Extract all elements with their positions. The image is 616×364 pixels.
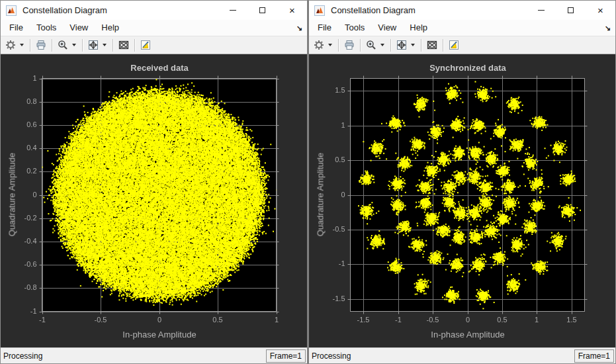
settings-dropdown[interactable]	[19, 38, 27, 53]
dock-arrow-icon[interactable]: ↘	[296, 24, 307, 32]
menu-tools[interactable]: Tools	[338, 20, 371, 36]
menu-help[interactable]: Help	[403, 20, 434, 36]
y-axis-label: Quadrature Amplitude	[316, 153, 326, 236]
zoom-in-icon	[366, 40, 376, 50]
close-button[interactable]: ×	[586, 1, 615, 20]
zoom-dropdown[interactable]	[379, 38, 388, 53]
title-bar[interactable]: Constellation Diagram ×	[1, 1, 307, 20]
menu-help[interactable]: Help	[95, 20, 126, 36]
maximize-button[interactable]	[247, 1, 277, 20]
settings-button[interactable]	[3, 38, 19, 53]
maximize-icon	[259, 7, 265, 13]
minimize-button[interactable]	[218, 1, 247, 20]
frame-counter: Frame=1	[266, 349, 306, 363]
settings-dropdown[interactable]	[327, 38, 335, 53]
toolbar	[309, 36, 615, 54]
toolbar-separator	[52, 39, 52, 52]
autoscale-icon	[449, 40, 459, 50]
synchronized-scatter-canvas[interactable]	[309, 54, 615, 347]
frame-counter: Frame=1	[574, 349, 614, 363]
toolbar-separator	[390, 39, 391, 52]
toolbar-separator	[338, 39, 339, 52]
constellation-icon	[427, 40, 437, 50]
zoom-in-button[interactable]	[363, 38, 379, 53]
toolbar-separator	[30, 39, 30, 52]
status-bar: Processing Frame=1	[309, 347, 615, 363]
autoscale-button[interactable]	[138, 38, 154, 53]
matlab-icon	[314, 5, 326, 17]
chevron-down-icon	[103, 44, 107, 46]
minimize-icon	[538, 10, 545, 11]
menu-bar: File Tools View Help ↘	[309, 20, 615, 36]
status-bar: Processing Frame=1	[1, 347, 307, 363]
dock-arrow-icon[interactable]: ↘	[605, 24, 615, 32]
toolbar-separator	[134, 39, 135, 52]
title-bar[interactable]: Constellation Diagram ×	[309, 1, 615, 20]
menu-tools[interactable]: Tools	[30, 20, 63, 36]
received-scatter-canvas[interactable]	[1, 54, 307, 347]
toolbar-separator	[360, 39, 361, 52]
toolbar-separator	[82, 39, 83, 52]
gear-icon	[5, 40, 16, 50]
constellation-window-1: Constellation Diagram × File Tools View …	[0, 0, 308, 364]
menu-file[interactable]: File	[3, 20, 30, 36]
gear-icon	[314, 40, 324, 50]
autoscale-icon	[140, 40, 151, 50]
chevron-down-icon	[72, 44, 76, 46]
span-axes-button[interactable]	[394, 38, 410, 53]
menu-view[interactable]: View	[63, 20, 95, 36]
plot-area: Synchronized data Quadrature Amplitude I…	[309, 54, 615, 347]
x-axis-label: In-phase Amplitude	[42, 330, 277, 340]
window-title: Constellation Diagram	[22, 5, 107, 15]
zoom-in-button[interactable]	[55, 38, 71, 53]
minimize-button[interactable]	[526, 1, 556, 20]
x-axis-label: In-phase Amplitude	[351, 330, 585, 340]
zoom-in-icon	[58, 40, 68, 50]
chevron-down-icon	[380, 44, 384, 46]
printer-icon	[344, 40, 355, 50]
span-axes-button[interactable]	[85, 38, 101, 53]
print-button[interactable]	[341, 38, 357, 53]
minimize-icon	[230, 10, 236, 11]
menu-view[interactable]: View	[371, 20, 403, 36]
status-message: Processing	[312, 351, 351, 361]
menu-bar: File Tools View Help ↘	[1, 20, 307, 36]
chevron-down-icon	[411, 44, 415, 46]
close-icon: ×	[597, 5, 603, 15]
constellation-properties-button[interactable]	[116, 38, 132, 53]
zoom-dropdown[interactable]	[71, 38, 79, 53]
toolbar-separator	[421, 39, 421, 52]
maximize-icon	[568, 7, 574, 13]
constellation-icon	[118, 40, 129, 50]
settings-button[interactable]	[311, 38, 327, 53]
toolbar	[1, 36, 307, 54]
constellation-window-2: Constellation Diagram × File Tools View …	[308, 0, 616, 364]
toolbar-separator	[112, 39, 113, 52]
close-button[interactable]: ×	[277, 1, 307, 20]
y-axis-label: Quadrature Amplitude	[7, 153, 17, 236]
plot-title: Received data	[42, 63, 277, 73]
window-title: Constellation Diagram	[331, 5, 416, 15]
plot-title: Synchronized data	[351, 63, 585, 73]
matlab-icon	[5, 5, 17, 17]
span-axes-dropdown[interactable]	[101, 38, 110, 53]
chevron-down-icon	[328, 44, 332, 46]
printer-icon	[36, 40, 46, 50]
menu-file[interactable]: File	[311, 20, 338, 36]
toolbar-separator	[443, 39, 443, 52]
chevron-down-icon	[20, 44, 24, 46]
plot-area: Received data Quadrature Amplitude In-ph…	[1, 54, 307, 347]
span-axes-icon	[88, 40, 99, 50]
print-button[interactable]	[33, 38, 49, 53]
autoscale-button[interactable]	[446, 38, 462, 53]
status-message: Processing	[3, 351, 42, 361]
close-icon: ×	[289, 5, 295, 15]
constellation-properties-button[interactable]	[424, 38, 440, 53]
span-axes-icon	[396, 40, 407, 50]
span-axes-dropdown[interactable]	[410, 38, 418, 53]
desktop: Constellation Diagram × File Tools View …	[0, 0, 616, 364]
maximize-button[interactable]	[556, 1, 586, 20]
